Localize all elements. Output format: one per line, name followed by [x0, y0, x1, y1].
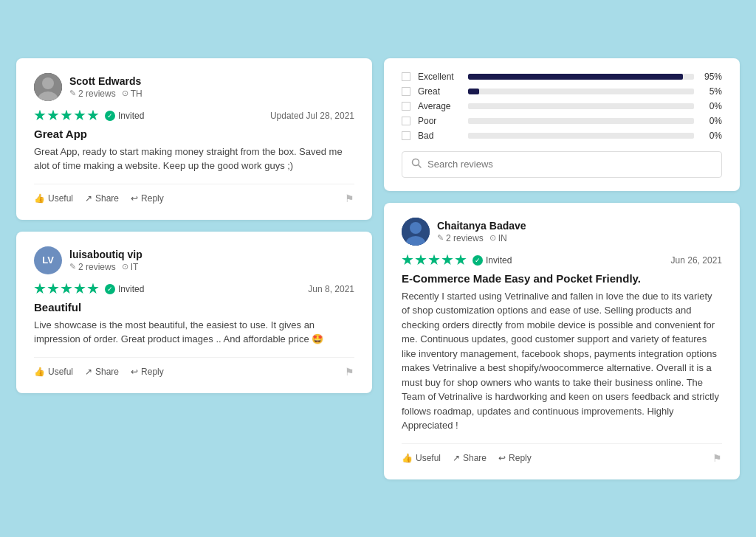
share-button-featured[interactable]: ↗ Share: [453, 451, 487, 465]
pct-great: 5%: [701, 86, 722, 97]
reviewer-name-featured: Chaitanya Badave: [437, 220, 526, 232]
star-2-2: [47, 283, 59, 295]
flag-button-1[interactable]: ⚑: [345, 193, 354, 204]
share-icon-featured: ↗: [453, 453, 460, 463]
location-icon-2: ⊙: [122, 262, 128, 271]
search-icon: [411, 158, 422, 171]
search-input[interactable]: [427, 159, 712, 170]
checkbox-average[interactable]: [402, 102, 410, 111]
reviewer-info-featured: Chaitanya Badave ✎ 2 reviews ⊙ IN: [437, 220, 526, 243]
star-2-5: [87, 283, 99, 295]
stars-row-featured: ✓ Invited Jun 26, 2021: [402, 254, 722, 266]
label-bad: Bad: [418, 131, 461, 141]
verified-badge-featured: ✓ Invited: [472, 255, 512, 266]
rating-row-great: Great 5%: [402, 86, 722, 97]
reply-icon-2: ↩: [131, 367, 138, 377]
rating-rows: Excellent 95% Great 5% Average: [402, 72, 722, 141]
review-count-1: ✎ 2 reviews: [69, 89, 116, 99]
pct-excellent: 95%: [701, 72, 722, 82]
review-body-1: Great App, ready to start making money s…: [34, 145, 354, 173]
share-button-1[interactable]: ↗ Share: [85, 192, 119, 205]
star-2-4: [74, 283, 86, 295]
star-1-4: [74, 110, 86, 122]
review-actions-2: 👍 Useful ↗ Share ↩ Reply ⚑: [34, 357, 354, 378]
reply-button-1[interactable]: ↩ Reply: [131, 192, 164, 205]
rating-row-excellent: Excellent 95%: [402, 72, 722, 82]
stars-row-2: ✓ Invited Jun 8, 2021: [34, 283, 354, 295]
reviewer-meta-2: ✎ 2 reviews ⊙ IT: [69, 262, 142, 272]
useful-icon-1: 👍: [34, 193, 45, 204]
reviewer-meta-1: ✎ 2 reviews ⊙ TH: [69, 89, 142, 99]
bar-fill-excellent: [468, 74, 683, 80]
label-average: Average: [418, 101, 461, 111]
rating-row-bad: Bad 0%: [402, 131, 722, 141]
svg-line-4: [419, 164, 422, 167]
flag-button-2[interactable]: ⚑: [345, 366, 354, 378]
svg-point-1: [42, 77, 54, 89]
review-actions-featured: 👍 Useful ↗ Share ↩ Reply ⚑: [402, 443, 722, 465]
reply-button-featured[interactable]: ↩ Reply: [498, 451, 532, 465]
rating-summary-card: Excellent 95% Great 5% Average: [384, 58, 740, 191]
star-f-1: [402, 254, 413, 266]
star-1-2: [47, 110, 59, 122]
stars-2: [34, 283, 99, 295]
useful-button-1[interactable]: 👍 Useful: [34, 192, 73, 205]
svg-point-6: [410, 222, 422, 234]
page-wrapper: Scott Edwards ✎ 2 reviews ⊙ TH: [16, 58, 740, 479]
pct-average: 0%: [701, 101, 722, 111]
review-date-featured: Jun 26, 2021: [671, 255, 722, 266]
useful-icon-2: 👍: [34, 367, 45, 377]
avatar-lv: LV: [34, 246, 62, 274]
right-column: Excellent 95% Great 5% Average: [384, 58, 740, 479]
star-2-3: [61, 283, 72, 295]
review-date-1: Updated Jul 28, 2021: [270, 111, 354, 121]
checkbox-poor[interactable]: [402, 117, 410, 125]
review-title-featured: E-Commerce Made Easy and Pocket Friendly…: [402, 272, 722, 285]
bar-bg-average: [468, 103, 694, 109]
reviewer-meta-featured: ✎ 2 reviews ⊙ IN: [437, 233, 526, 243]
checkbox-bad[interactable]: [402, 131, 410, 140]
verified-badge-2: ✓ Invited: [105, 284, 144, 294]
bar-bg-excellent: [468, 74, 694, 80]
review-title-1: Great App: [34, 128, 354, 140]
location-featured: ⊙ IN: [489, 233, 507, 243]
flag-button-featured[interactable]: ⚑: [712, 452, 722, 464]
review-body-2: Live showcase is the most beautiful, the…: [34, 318, 354, 347]
verified-check-1: ✓: [105, 111, 115, 121]
bar-bg-great: [468, 89, 694, 94]
checkbox-great[interactable]: [402, 87, 410, 96]
rating-row-average: Average 0%: [402, 101, 722, 111]
review-title-2: Beautiful: [34, 301, 354, 313]
rating-row-poor: Poor 0%: [402, 116, 722, 126]
location-1: ⊙ TH: [122, 89, 142, 99]
pct-bad: 0%: [701, 131, 722, 141]
reviews-icon-1: ✎: [69, 89, 76, 98]
reviewer-row-2: LV luisaboutiq vip ✎ 2 reviews ⊙ IT: [34, 246, 354, 274]
stars-row-1: ✓ Invited Updated Jul 28, 2021: [34, 110, 354, 122]
star-f-3: [428, 254, 440, 266]
useful-button-featured[interactable]: 👍 Useful: [402, 451, 441, 465]
search-box[interactable]: [402, 151, 722, 178]
review-card-2: LV luisaboutiq vip ✎ 2 reviews ⊙ IT: [16, 232, 372, 393]
reviews-icon-2: ✎: [69, 262, 76, 271]
left-column: Scott Edwards ✎ 2 reviews ⊙ TH: [16, 58, 372, 479]
useful-icon-featured: 👍: [402, 453, 413, 463]
star-1-1: [34, 110, 46, 122]
reviewer-name-1: Scott Edwards: [69, 75, 142, 87]
avatar-chaitanya: [402, 218, 430, 246]
reviewer-row-featured: Chaitanya Badave ✎ 2 reviews ⊙ IN: [402, 218, 722, 246]
review-count-featured: ✎ 2 reviews: [437, 233, 484, 243]
star-f-2: [415, 254, 427, 266]
review-card-1: Scott Edwards ✎ 2 reviews ⊙ TH: [16, 58, 372, 220]
star-2-1: [34, 283, 46, 295]
share-button-2[interactable]: ↗ Share: [85, 365, 119, 378]
avatar-scott: [34, 73, 62, 101]
useful-button-2[interactable]: 👍 Useful: [34, 365, 73, 378]
pct-poor: 0%: [701, 116, 722, 126]
checkbox-excellent[interactable]: [402, 72, 410, 81]
bar-fill-great: [468, 89, 479, 94]
stars-1: [34, 110, 99, 122]
star-f-5: [455, 254, 467, 266]
location-icon-1: ⊙: [122, 89, 128, 98]
reply-button-2[interactable]: ↩ Reply: [131, 365, 164, 378]
